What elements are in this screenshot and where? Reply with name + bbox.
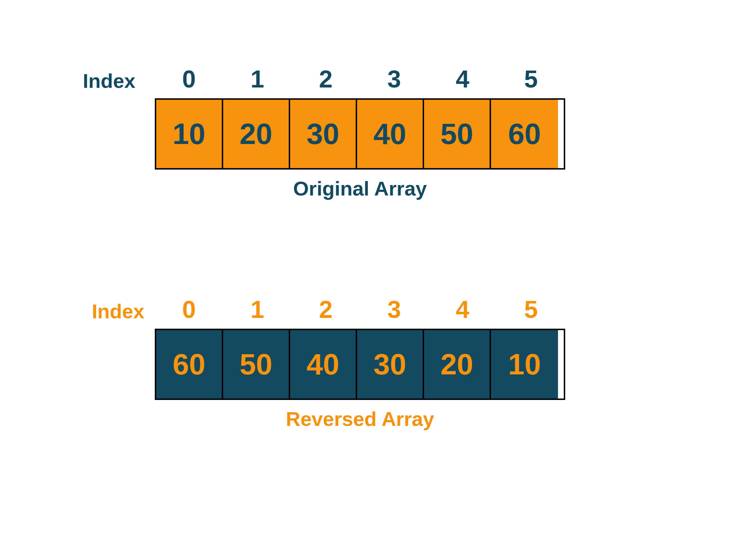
array-cell: 40 bbox=[290, 330, 357, 399]
reversed-index-row: 0 1 2 3 4 5 bbox=[155, 295, 565, 323]
original-index-label: Index bbox=[83, 69, 135, 93]
array-cell: 10 bbox=[156, 100, 223, 168]
index-cell: 5 bbox=[497, 295, 565, 323]
original-index-row: 0 1 2 3 4 5 bbox=[155, 65, 565, 93]
index-cell: 0 bbox=[155, 65, 223, 93]
index-cell: 0 bbox=[155, 295, 223, 323]
reversed-caption: Reversed Array bbox=[155, 407, 565, 431]
array-cell: 60 bbox=[491, 100, 558, 168]
reversed-array-row: 60 50 40 30 20 10 bbox=[155, 329, 565, 400]
index-cell: 5 bbox=[497, 65, 565, 93]
original-caption: Original Array bbox=[155, 177, 565, 200]
reversed-array-block: Index 0 1 2 3 4 5 60 50 40 30 20 10 Reve… bbox=[155, 295, 565, 431]
original-array-block: Index 0 1 2 3 4 5 10 20 30 40 50 60 Orig… bbox=[155, 65, 565, 200]
array-cell: 20 bbox=[424, 330, 491, 399]
index-cell: 2 bbox=[292, 295, 360, 323]
array-cell: 20 bbox=[223, 100, 290, 168]
array-cell: 10 bbox=[491, 330, 558, 399]
reversed-index-label: Index bbox=[92, 300, 144, 323]
array-cell: 60 bbox=[156, 330, 223, 399]
index-cell: 3 bbox=[360, 295, 428, 323]
index-cell: 3 bbox=[360, 65, 428, 93]
index-cell: 1 bbox=[223, 65, 292, 93]
array-cell: 40 bbox=[357, 100, 424, 168]
original-array-row: 10 20 30 40 50 60 bbox=[155, 98, 565, 170]
index-cell: 4 bbox=[428, 295, 497, 323]
array-cell: 50 bbox=[223, 330, 290, 399]
array-cell: 30 bbox=[290, 100, 357, 168]
array-cell: 50 bbox=[424, 100, 491, 168]
array-cell: 30 bbox=[357, 330, 424, 399]
index-cell: 2 bbox=[292, 65, 360, 93]
index-cell: 1 bbox=[223, 295, 292, 323]
index-cell: 4 bbox=[428, 65, 497, 93]
